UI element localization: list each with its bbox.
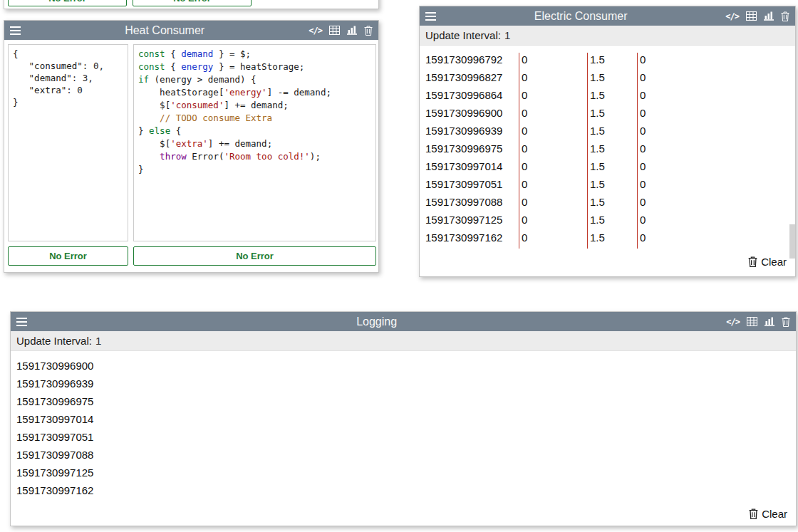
table-row: 159173099679201.50 <box>425 53 795 71</box>
log-row: 1591730997125 <box>11 464 796 481</box>
log-row: 1591730996900 <box>11 357 796 375</box>
status-button-right[interactable]: No Error <box>133 246 376 266</box>
table-cell: 0 <box>519 106 587 124</box>
table-cell: 1591730997088 <box>425 195 519 213</box>
table-cell: 0 <box>637 124 646 142</box>
table-cell: 0 <box>637 71 646 88</box>
chart-icon[interactable] <box>764 11 774 21</box>
code-icon[interactable]: </> <box>309 26 322 36</box>
trash-icon[interactable] <box>781 11 789 21</box>
table-row: 159173099690001.50 <box>425 106 795 124</box>
trash-icon[interactable] <box>782 317 790 327</box>
table-cell: 1.5 <box>587 231 637 249</box>
update-interval-label: Update Interval: <box>16 335 92 347</box>
table-cell: 0 <box>519 213 587 231</box>
code-icon[interactable]: </> <box>725 11 739 21</box>
table-cell: 0 <box>519 177 587 195</box>
status-button-right[interactable]: No Error <box>133 0 252 6</box>
table-cell: 0 <box>519 53 587 71</box>
table-cell: 1.5 <box>587 177 637 195</box>
table-cell: 1591730997125 <box>425 213 519 231</box>
logging-rows: 1591730996900159173099693915917309969751… <box>11 351 796 499</box>
log-row: 1591730996975 <box>11 392 796 410</box>
table-cell: 1591730997162 <box>425 231 519 249</box>
table-cell: 0 <box>519 231 587 249</box>
table-cell: 0 <box>519 88 587 106</box>
table-cell: 1591730997051 <box>425 177 519 195</box>
table-cell: 0 <box>519 71 587 88</box>
update-interval-value[interactable]: 1 <box>504 29 514 41</box>
code-icon[interactable]: </> <box>726 317 740 327</box>
clear-label: Clear <box>761 256 787 268</box>
table-cell: 0 <box>519 160 587 177</box>
table-row: 159173099693901.50 <box>425 124 795 142</box>
table-cell: 0 <box>637 195 646 213</box>
table-row: 159173099705101.50 <box>425 177 795 195</box>
table-cell: 0 <box>637 213 646 231</box>
trash-icon <box>748 256 757 267</box>
panel-header: Logging </> <box>11 312 796 331</box>
clear-button[interactable]: Clear <box>748 256 787 268</box>
table-cell: 1591730996939 <box>425 124 519 142</box>
status-button-left[interactable]: No Error <box>8 246 128 266</box>
update-interval-row: Update Interval: 1 <box>11 331 796 351</box>
update-interval-row: Update Interval: 1 <box>420 26 795 46</box>
table-cell: 1.5 <box>587 124 637 142</box>
table-cell: 0 <box>637 88 646 106</box>
scrollbar-thumb[interactable] <box>789 224 795 259</box>
menu-icon[interactable] <box>10 26 21 35</box>
log-row: 1591730997051 <box>11 428 796 446</box>
table-row: 159173099716201.50 <box>425 231 795 249</box>
table-cell: 0 <box>519 195 587 213</box>
clear-label: Clear <box>762 508 787 520</box>
log-row: 1591730997014 <box>11 410 796 428</box>
log-row: 1591730996939 <box>11 375 796 392</box>
table-cell: 0 <box>637 142 646 160</box>
table-icon[interactable] <box>747 317 757 326</box>
chart-icon[interactable] <box>347 26 357 35</box>
logging-panel: Logging </> Update Interval: 1 159173099… <box>10 311 797 526</box>
electric-consumer-panel: Electric Consumer </> Update Interval: 1… <box>419 6 796 277</box>
table-cell: 1.5 <box>587 213 637 231</box>
log-row: 1591730997088 <box>11 446 796 464</box>
status-button-left[interactable]: No Error <box>8 0 127 6</box>
clear-button[interactable]: Clear <box>749 508 787 520</box>
table-cell: 1591730996900 <box>425 106 519 124</box>
table-row: 159173099697501.50 <box>425 142 795 160</box>
table-cell: 1.5 <box>587 195 637 213</box>
panel-header: Electric Consumer </> <box>420 6 795 26</box>
panel-header: Heat Consumer </> <box>4 21 378 40</box>
table-cell: 0 <box>637 53 646 71</box>
chart-icon[interactable] <box>765 317 774 326</box>
table-cell: 1.5 <box>587 53 637 71</box>
cut-off-panel: No Error No Error <box>4 0 379 9</box>
table-cell: 0 <box>637 160 646 177</box>
state-json-editor[interactable]: { "consumed": 0, "demand": 3, "extra": 0… <box>8 44 128 241</box>
log-row: 1591730997162 <box>11 481 796 499</box>
trash-icon <box>749 508 758 519</box>
table-row: 159173099686401.50 <box>425 88 795 106</box>
table-row: 159173099701401.50 <box>425 160 795 177</box>
table-cell: 1.5 <box>587 142 637 160</box>
table-cell: 0 <box>519 142 587 160</box>
table-icon[interactable] <box>329 26 340 35</box>
table-row: 159173099708801.50 <box>425 195 795 213</box>
table-cell: 1.5 <box>587 106 637 124</box>
heat-consumer-panel: Heat Consumer </> { "consumed": 0, "dema… <box>4 20 379 273</box>
update-interval-value[interactable]: 1 <box>95 335 105 347</box>
table-cell: 0 <box>519 124 587 142</box>
panel-title: Logging <box>33 315 720 328</box>
panel-title: Heat Consumer <box>26 24 303 37</box>
electric-rows: 159173099679201.50159173099682701.501591… <box>420 46 795 249</box>
menu-icon[interactable] <box>16 318 27 326</box>
table-cell: 1591730996827 <box>425 71 519 88</box>
table-cell: 0 <box>637 231 646 249</box>
menu-icon[interactable] <box>425 12 436 21</box>
table-row: 159173099682701.50 <box>425 71 795 88</box>
trash-icon[interactable] <box>364 26 373 36</box>
table-cell: 1.5 <box>587 71 637 88</box>
code-editor[interactable]: const { demand } = $;const { energy } = … <box>133 44 376 241</box>
table-row: 159173099712501.50 <box>425 213 795 231</box>
update-interval-label: Update Interval: <box>425 29 501 41</box>
table-icon[interactable] <box>746 11 757 21</box>
